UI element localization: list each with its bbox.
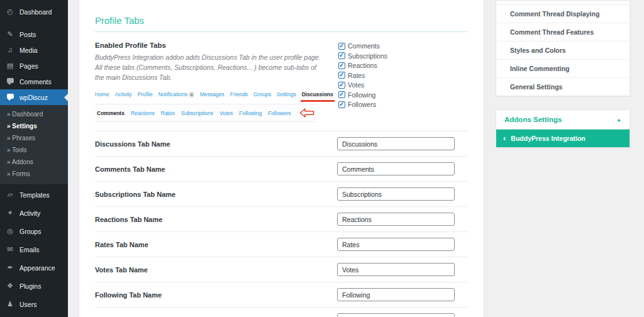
bp-profile-subtab[interactable]: Reactions: [131, 110, 155, 116]
tab-name-input[interactable]: [337, 288, 455, 301]
settings-nav-item-label: Inline Commenting: [510, 65, 570, 72]
admin-menu-item-label: Pages: [19, 62, 38, 70]
bp-profile-tab[interactable]: Discussions: [302, 91, 333, 97]
admin-menu-item-label: Emails: [19, 246, 40, 253]
submenu-item-label: » Addons: [7, 158, 33, 165]
admin-menu-item-label: Plugins: [19, 282, 41, 290]
admin-menu-item[interactable]: Media: [0, 42, 68, 58]
admin-menu-item[interactable]: Dashboard: [0, 4, 68, 19]
bp-profile-subtab-label: Followers: [268, 110, 291, 116]
admin-menu-item[interactable]: Templates: [0, 187, 68, 203]
bp-profile-subtab[interactable]: Followers: [268, 110, 291, 116]
bp-profile-subtab[interactable]: Subscriptions: [181, 110, 213, 116]
setting-row-label: Discussions Tab Name: [95, 140, 170, 148]
tab-name-input[interactable]: [337, 263, 455, 276]
admin-menu-item[interactable]: Appearance: [0, 260, 68, 275]
bp-profile-tab[interactable]: Settings: [277, 91, 296, 97]
wpdiscuz-icon: [6, 93, 14, 101]
addons-settings-title: Addons Settings: [504, 116, 562, 123]
bp-profile-subtab-label: Comments: [97, 110, 125, 116]
checkbox-row: Followers: [338, 101, 387, 108]
settings-nav-item[interactable]: Styles and Colors: [496, 41, 630, 59]
bp-profile-subtab[interactable]: Rates: [161, 110, 175, 116]
setting-row-label: Rates Tab Name: [95, 241, 148, 248]
media-icon: [6, 46, 14, 54]
bp-profile-subtab[interactable]: Comments: [97, 110, 125, 116]
bp-profile-tab[interactable]: Home: [95, 91, 109, 97]
checkbox[interactable]: [338, 43, 345, 50]
admin-menu-item-label: Media: [19, 47, 38, 54]
admin-menu-item-label: Activity: [19, 209, 40, 217]
setting-row: Comments Tab Name: [95, 156, 468, 181]
enabled-profile-tabs-label: Enabled Profile Tabs: [95, 42, 334, 49]
setting-row: Followers Tab Name: [95, 307, 468, 317]
submenu-item[interactable]: » Forms: [0, 168, 68, 180]
bp-profile-tab[interactable]: Friends: [230, 91, 248, 97]
settings-nav-item[interactable]: Comment Thread Displaying: [496, 5, 630, 23]
admin-menu-item[interactable]: Emails: [0, 242, 68, 257]
bp-profile-tab[interactable]: Notifications 4: [158, 91, 194, 97]
bp-profile-subtab-label: Following: [239, 110, 262, 116]
checkbox[interactable]: [338, 62, 345, 69]
activity-icon: [6, 209, 14, 217]
checkbox[interactable]: [338, 52, 345, 59]
bp-profile-tab[interactable]: Profile: [138, 91, 153, 97]
submenu-item[interactable]: » Tools: [0, 144, 68, 156]
tab-name-input[interactable]: [337, 213, 455, 226]
tab-name-input[interactable]: [337, 238, 455, 251]
checkbox[interactable]: [338, 72, 345, 79]
admin-menu-item-wpdiscuz[interactable]: wpDiscuz: [0, 89, 68, 105]
tab-name-input[interactable]: [337, 137, 455, 150]
bp-profile-subtab-label: Reactions: [131, 110, 155, 116]
admin-menu-item[interactable]: Tools: [0, 314, 68, 317]
tab-name-input[interactable]: [337, 187, 455, 201]
checkbox[interactable]: [338, 82, 345, 89]
bp-profile-tab[interactable]: Groups: [253, 91, 271, 97]
checkbox-row: Comments: [338, 42, 387, 50]
tab-name-input[interactable]: [337, 313, 455, 317]
collapse-up-icon[interactable]: ▲: [616, 117, 621, 123]
setting-row: Votes Tab Name: [95, 257, 468, 282]
admin-menu-item-label: Users: [19, 301, 36, 308]
admin-menu-item-label: Comments: [19, 78, 52, 86]
comments-icon: [6, 77, 14, 86]
submenu-item[interactable]: » Settings: [0, 120, 68, 132]
nav-item-buddypress-integration[interactable]: ‹ BuddyPress Integration: [496, 130, 630, 147]
submenu-item-label: » Dashboard: [7, 111, 43, 118]
submenu-item[interactable]: » Addons: [0, 156, 68, 168]
pages-icon: [6, 62, 14, 70]
bp-profile-tab-label: Messages: [200, 91, 225, 97]
addons-settings-header[interactable]: Addons Settings ▲: [496, 110, 630, 130]
bp-profile-subtab-label: Subscriptions: [181, 110, 213, 116]
admin-menu-item[interactable]: Users: [0, 296, 68, 312]
partially-visible-nav-item[interactable]: [496, 1, 630, 5]
page-title: Profile Tabs: [95, 0, 468, 31]
bp-profile-tab[interactable]: Activity: [115, 91, 132, 97]
tab-name-input[interactable]: [337, 162, 455, 175]
checkbox[interactable]: [338, 91, 345, 98]
submenu-item[interactable]: » Phrases: [0, 132, 68, 144]
checkbox[interactable]: [338, 101, 345, 108]
profile-tabs-preview: Home Activity Profile Notifications 4: [95, 91, 316, 122]
bp-profile-subtab[interactable]: Following: [239, 110, 262, 116]
admin-menu-item[interactable]: Activity: [0, 205, 68, 221]
groups-icon: [6, 227, 14, 235]
setting-row: Rates Tab Name: [95, 231, 468, 257]
admin-menu-item[interactable]: Pages: [0, 58, 68, 74]
admin-menu-item[interactable]: Groups: [0, 223, 68, 239]
users-icon: [6, 300, 14, 308]
submenu-item[interactable]: » Dashboard: [0, 108, 68, 120]
admin-menu-item[interactable]: Posts: [0, 26, 68, 42]
bp-profile-subtab[interactable]: Votes: [219, 110, 233, 116]
checkbox-row: Reactions: [338, 62, 387, 69]
admin-menu-item[interactable]: Comments: [0, 74, 68, 89]
settings-nav-item[interactable]: Inline Commenting: [496, 59, 630, 77]
admin-menu-item-label: Dashboard: [19, 8, 52, 16]
admin-menu-item[interactable]: Plugins: [0, 278, 68, 294]
settings-nav-item[interactable]: General Settings: [496, 77, 630, 96]
settings-nav-item[interactable]: Comment Thread Features: [496, 23, 630, 41]
enabled-profile-tabs-description: BuddyPress Integration addon adds Discus…: [95, 53, 326, 82]
chevron-left-icon: ‹: [503, 135, 506, 142]
bp-profile-tab[interactable]: Messages: [200, 91, 225, 97]
checkbox-label: Votes: [348, 81, 364, 89]
